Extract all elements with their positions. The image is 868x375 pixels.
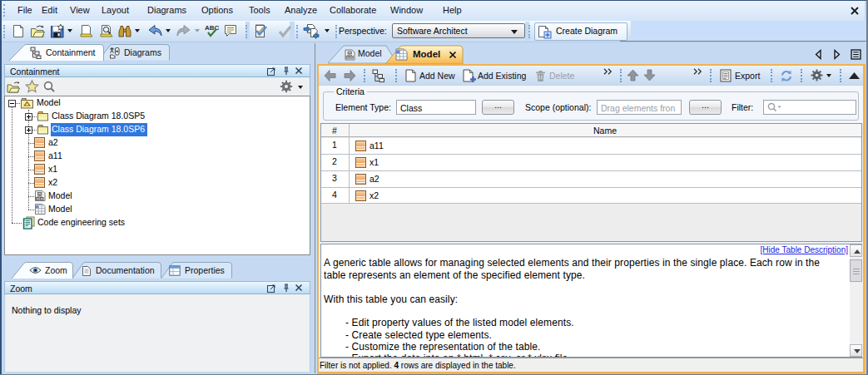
svg-text:ABC: ABC [205, 24, 220, 32]
